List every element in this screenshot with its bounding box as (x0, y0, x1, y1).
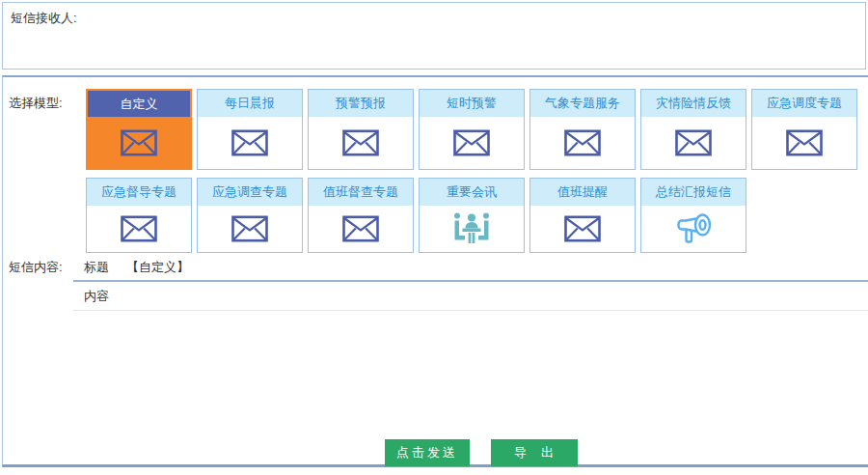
export-button[interactable]: 导 出 (491, 439, 578, 466)
template-card-row1-5[interactable]: 灾情险情反馈 (640, 89, 746, 170)
template-row1: 自定义每日晨报预警预报短时预警气象专题服务灾情险情反馈应急调度专题 (86, 89, 857, 170)
envelope-icon (88, 117, 190, 168)
envelope-icon (530, 117, 635, 169)
template-card-row2-1[interactable]: 应急调查专题 (197, 178, 303, 253)
template-card-row2-2[interactable]: 值班督查专题 (308, 178, 414, 253)
template-card-row1-3[interactable]: 短时预警 (419, 89, 525, 170)
envelope-icon (87, 206, 191, 252)
content-fields: 标题【自定义】 内容 (73, 255, 868, 311)
envelope-icon (198, 206, 302, 252)
recipients-panel: 短信接收人: (2, 2, 866, 70)
megaphone-icon (641, 206, 746, 252)
recipients-label: 短信接收人: (11, 10, 77, 27)
template-label: 每日晨报 (198, 90, 302, 117)
template-grid: 自定义每日晨报预警预报短时预警气象专题服务灾情险情反馈应急调度专题应急督导专题应… (86, 89, 857, 261)
template-card-row1-0[interactable]: 自定义 (86, 89, 192, 170)
envelope-icon (309, 117, 413, 169)
template-label: 值班提醒 (530, 179, 635, 206)
envelope-icon (641, 117, 746, 169)
template-label: 短时预警 (420, 90, 524, 117)
title-label: 标题 (84, 260, 109, 274)
template-label: 应急调度专题 (752, 90, 856, 117)
template-card-row1-1[interactable]: 每日晨报 (197, 89, 303, 170)
recipients-input[interactable] (78, 5, 863, 67)
title-value: 【自定义】 (126, 260, 189, 274)
envelope-icon (752, 117, 856, 169)
content-field-row[interactable]: 内容 (73, 282, 868, 311)
template-card-row1-2[interactable]: 预警预报 (308, 89, 414, 170)
sms-compose-screen: 短信接收人: 选择模型: 自定义每日晨报预警预报短时预警气象专题服务灾情险情反馈… (0, 0, 868, 475)
template-card-row2-0[interactable]: 应急督导专题 (86, 178, 192, 253)
model-select-label: 选择模型: (9, 95, 63, 112)
send-button[interactable]: 点击发送 (385, 439, 470, 466)
action-buttons-row: 点击发送 导 出 (3, 439, 868, 466)
template-label: 应急督导专题 (87, 179, 191, 206)
envelope-icon (420, 117, 524, 169)
template-label: 重要会讯 (420, 179, 524, 206)
template-label: 值班督查专题 (309, 179, 413, 206)
template-row2: 应急督导专题应急调查专题值班督查专题重要会讯值班提醒总结汇报短信 (86, 178, 857, 253)
template-label: 应急调查专题 (198, 179, 302, 206)
template-card-row2-3[interactable]: 重要会讯 (419, 178, 525, 253)
template-card-row1-6[interactable]: 应急调度专题 (751, 89, 857, 170)
content-body-label: 内容 (84, 289, 109, 303)
main-panel: 选择模型: 自定义每日晨报预警预报短时预警气象专题服务灾情险情反馈应急调度专题应… (2, 75, 868, 467)
template-label: 预警预报 (309, 90, 413, 117)
meeting-icon (420, 206, 524, 252)
envelope-icon (198, 117, 302, 169)
template-label: 灾情险情反馈 (641, 90, 746, 117)
template-label: 气象专题服务 (530, 90, 635, 117)
template-label: 总结汇报短信 (641, 179, 746, 206)
template-card-row2-4[interactable]: 值班提醒 (529, 178, 636, 253)
title-field-row[interactable]: 标题【自定义】 (73, 255, 868, 282)
template-card-row2-5[interactable]: 总结汇报短信 (640, 178, 746, 253)
envelope-icon (309, 206, 413, 252)
template-label: 自定义 (88, 91, 190, 117)
content-label: 短信内容: (9, 259, 63, 276)
envelope-icon (530, 206, 635, 252)
template-card-row1-4[interactable]: 气象专题服务 (529, 89, 636, 170)
